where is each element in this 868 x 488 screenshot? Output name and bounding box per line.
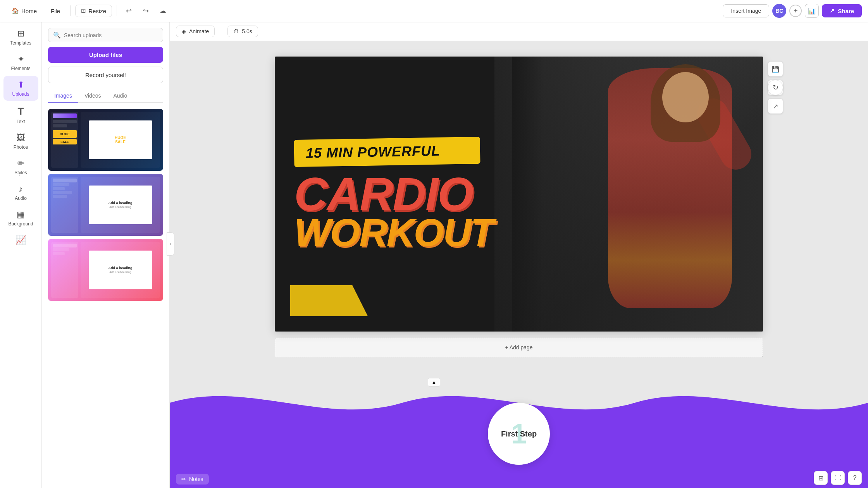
- background-icon: ▦: [17, 210, 25, 220]
- home-label: Home: [21, 8, 37, 14]
- hide-panel-button[interactable]: ‹: [167, 232, 174, 256]
- search-input[interactable]: [64, 32, 158, 38]
- resize-icon: ⊡: [81, 7, 86, 14]
- text-label: Text: [16, 119, 25, 124]
- templates-label: Templates: [10, 40, 31, 46]
- uploads-icon: ⬆: [17, 80, 24, 90]
- record-yourself-label: Record yourself: [85, 72, 126, 78]
- text-icon: T: [18, 105, 24, 117]
- sidebar-item-analytics[interactable]: 📈: [3, 231, 38, 249]
- animate-icon: ◈: [182, 28, 186, 34]
- sidebar-item-photos[interactable]: 🖼 Photos: [3, 129, 38, 154]
- share-button[interactable]: ↗ Share: [822, 4, 862, 17]
- toolbar-divider: [221, 27, 221, 36]
- sidebar-item-templates[interactable]: ⊞ Templates: [3, 25, 38, 50]
- duration-label: 5.0s: [242, 28, 252, 34]
- photos-label: Photos: [14, 144, 28, 150]
- photos-icon: 🖼: [17, 133, 25, 143]
- uploads-label: Uploads: [12, 91, 29, 97]
- nav-divider-1: [70, 5, 71, 16]
- fullscreen-button[interactable]: ⛶: [831, 471, 845, 485]
- upload-grid: HUGE SALE HUGE SALE: [48, 109, 163, 301]
- animate-label: Animate: [189, 28, 209, 34]
- grid-view-button[interactable]: ⊞: [814, 471, 828, 485]
- notes-button[interactable]: ✏ Notes: [176, 474, 209, 485]
- canvas-toolbar: ◈ Animate ⏱ 5.0s: [170, 22, 868, 41]
- home-icon: 🏠: [12, 7, 19, 14]
- canvas-area: ◈ Animate ⏱ 5.0s 💾 ⧉ ↗ ↻: [170, 22, 868, 488]
- cardio-text: CARDIO: [294, 173, 524, 215]
- add-collaborator-button[interactable]: +: [789, 5, 802, 17]
- tab-images-label: Images: [54, 93, 72, 99]
- user-avatar[interactable]: BC: [772, 4, 786, 18]
- sidebar-item-elements[interactable]: ✦ Elements: [3, 50, 38, 75]
- upload-thumb-3[interactable]: Add a heading Add a subheading: [48, 239, 163, 301]
- step-text: First Step: [501, 430, 537, 438]
- resize-button[interactable]: ⊡ Resize: [75, 5, 112, 17]
- tab-videos[interactable]: Videos: [78, 89, 107, 103]
- notes-label: Notes: [189, 476, 203, 482]
- help-button[interactable]: ?: [848, 471, 862, 485]
- undo-button[interactable]: ↩: [122, 4, 136, 18]
- sidebar-item-uploads[interactable]: ⬆ Uploads: [3, 76, 38, 101]
- styles-label: Styles: [14, 170, 27, 175]
- upload-thumb-1[interactable]: HUGE SALE HUGE SALE: [48, 109, 163, 171]
- tab-videos-label: Videos: [84, 93, 101, 99]
- analytics-button[interactable]: 📊: [805, 4, 819, 18]
- chart-icon: 📈: [16, 235, 26, 245]
- step-circle: 1 First Step: [488, 403, 550, 465]
- uploads-panel: 🔍 Upload files Record yourself Images Vi…: [42, 22, 170, 488]
- elements-label: Elements: [11, 66, 30, 71]
- background-label: Background: [8, 221, 33, 227]
- top-navigation: 🏠 Home File ⊡ Resize ↩ ↪ ☁ Insert Image …: [0, 0, 868, 22]
- upload-thumb-2[interactable]: Add a heading Add a subheading: [48, 174, 163, 236]
- record-yourself-button[interactable]: Record yourself: [48, 67, 163, 83]
- tab-images[interactable]: Images: [48, 89, 78, 103]
- styles-icon: ✏: [17, 158, 24, 168]
- sidebar: ⊞ Templates ✦ Elements ⬆ Uploads T Text …: [0, 22, 42, 488]
- sidebar-item-background[interactable]: ▦ Background: [3, 206, 38, 230]
- add-page-label: + Add page: [505, 344, 532, 351]
- cloud-save-button[interactable]: ☁: [156, 4, 170, 18]
- redo-button[interactable]: ↪: [139, 4, 153, 18]
- search-icon: 🔍: [53, 31, 61, 39]
- design-canvas: 15 MIN POWERFUL CARDIO WORKOUT: [275, 57, 763, 332]
- file-button[interactable]: File: [45, 5, 65, 17]
- workout-text: WORKOUT: [294, 215, 524, 250]
- nav-divider-2: [117, 5, 117, 16]
- sidebar-item-styles[interactable]: ✏ Styles: [3, 155, 38, 179]
- yellow-banner: 15 MIN POWERFUL: [294, 137, 480, 167]
- search-box[interactable]: 🔍: [48, 28, 163, 42]
- upload-files-button[interactable]: Upload files: [48, 47, 163, 63]
- tab-audio[interactable]: Audio: [107, 89, 133, 103]
- audio-label: Audio: [15, 196, 27, 201]
- animate-button[interactable]: ◈ Animate: [176, 26, 215, 37]
- insert-image-label: Insert Image: [731, 8, 761, 14]
- sidebar-item-audio[interactable]: ♪ Audio: [3, 180, 38, 205]
- refresh-button[interactable]: ↻: [768, 80, 783, 95]
- tab-audio-label: Audio: [113, 93, 127, 99]
- avatar-initials: BC: [775, 8, 783, 14]
- add-page-bar[interactable]: + Add page: [275, 338, 763, 357]
- file-label: File: [51, 8, 60, 14]
- elements-icon: ✦: [17, 54, 24, 64]
- notes-icon: ✏: [181, 476, 186, 482]
- bottom-right-controls: ⊞ ⛶ ?: [814, 471, 862, 485]
- clock-icon: ⏱: [233, 28, 239, 34]
- resize-label: Resize: [88, 8, 106, 14]
- save-to-drive-button[interactable]: 💾: [768, 61, 783, 77]
- insert-image-button[interactable]: Insert Image: [723, 4, 769, 17]
- canvas-scroll-up-button[interactable]: ▲: [428, 378, 440, 387]
- duration-button[interactable]: ⏱ 5.0s: [227, 26, 258, 37]
- upload-files-label: Upload files: [89, 52, 122, 58]
- export-button[interactable]: ↗: [768, 98, 783, 114]
- sidebar-item-text[interactable]: T Text: [3, 101, 38, 128]
- media-tabs: Images Videos Audio: [48, 89, 163, 103]
- templates-icon: ⊞: [17, 29, 24, 39]
- audio-icon: ♪: [19, 184, 23, 194]
- banner-text: 15 MIN POWERFUL: [306, 143, 441, 161]
- home-button[interactable]: 🏠 Home: [6, 5, 42, 17]
- share-icon: ↗: [830, 7, 835, 14]
- design-canvas-wrapper: 💾 ⧉ ↗ ↻: [275, 57, 763, 332]
- share-label: Share: [838, 8, 854, 14]
